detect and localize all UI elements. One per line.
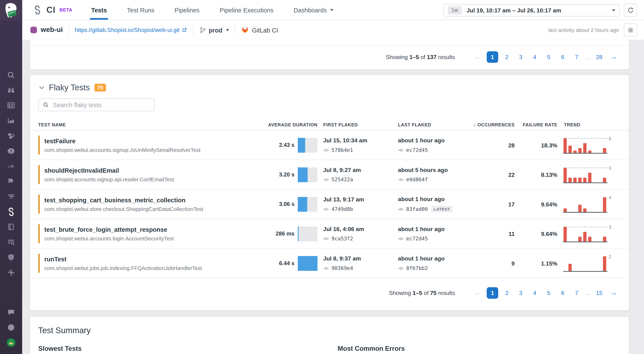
commit-link[interactable]: 578b4e1 — [323, 147, 392, 153]
divider — [68, 25, 69, 34]
table-row[interactable]: runTestcom.shopist.webui.jobs.job.indexi… — [30, 249, 629, 278]
ci-product-logo: CI BETA — [32, 4, 72, 15]
sidebar-item-help[interactable]: ? — [0, 320, 22, 335]
table-row[interactable]: shouldRejectInvalidEmailcom.shopist.acco… — [30, 160, 629, 190]
repo-url-link[interactable]: https://gitlab.Shopist.io/Shopist/web-ui… — [75, 27, 188, 33]
page-5[interactable]: 5 — [544, 290, 554, 296]
page-7[interactable]: 7 — [571, 290, 582, 296]
showing-of: of — [419, 54, 427, 60]
col-first-flaked[interactable]: FIRST FLAKED — [323, 122, 392, 127]
table-row[interactable]: test_shopping_cart_business_metric_colle… — [30, 190, 629, 219]
sidebar-item-monitors[interactable] — [0, 143, 22, 158]
gitlab-icon — [241, 26, 249, 33]
search-icon — [7, 70, 16, 79]
sidebar-item-apm[interactable] — [0, 158, 22, 174]
commit-link[interactable]: 525422a — [323, 176, 392, 183]
flaky-tests-header[interactable]: Flaky Tests 75 — [30, 75, 629, 92]
commit-link[interactable]: 8f67bb2 — [398, 265, 468, 271]
repo-name: web-ui — [40, 26, 63, 34]
page-3[interactable]: 3 — [516, 54, 526, 60]
flaky-marker — [38, 254, 40, 273]
next-page-arrow[interactable]: → — [606, 53, 621, 61]
sidebar-item-chat[interactable] — [0, 305, 22, 320]
page-6[interactable]: 6 — [558, 290, 568, 296]
beta-badge: BETA — [60, 7, 72, 12]
table-row[interactable]: testFailurecom.shopist.webui.accounts.si… — [30, 130, 629, 160]
first-flaked-cell: Jul 13, 9:17 am4749d8b — [323, 196, 392, 212]
last-flaked-cell: about 1 hour ago83fad00LATEST — [398, 196, 468, 213]
sidebar-item-integrations[interactable] — [0, 174, 22, 189]
col-avg-duration[interactable]: AVERAGE DURATION — [260, 122, 318, 127]
sidebar-item-security[interactable] — [0, 250, 22, 265]
sidebar-item-dashboards[interactable] — [0, 98, 22, 113]
hexagons-icon — [7, 131, 16, 140]
first-flaked-cell: Jul 16, 4:06 am9ca53f2 — [323, 226, 392, 242]
tab-tests[interactable]: Tests — [91, 0, 107, 20]
prev-page-arrow[interactable]: ← — [470, 289, 485, 297]
page-3[interactable]: 3 — [516, 290, 526, 296]
sidebar-item-watchdog[interactable] — [0, 82, 22, 98]
sidebar-item-ci[interactable] — [0, 204, 22, 219]
time-controls: 1w Jul 19, 10:17 am – Jul 26, 10:17 am — [443, 4, 637, 17]
divider — [193, 25, 194, 34]
col-failure-rate[interactable]: FAILURE RATE — [520, 122, 558, 127]
sidebar-item-notebooks[interactable] — [0, 219, 22, 234]
refresh-button[interactable] — [624, 4, 637, 17]
sidebar-item-search[interactable] — [0, 67, 22, 83]
page-4[interactable]: 4 — [529, 54, 540, 60]
page-4[interactable]: 4 — [529, 290, 540, 296]
repo-bar-right: last activity about 2 hours ago — [548, 23, 637, 36]
git-branch-icon — [199, 26, 206, 33]
commit-link[interactable]: 83fad00LATEST — [398, 206, 468, 213]
search-input[interactable] — [52, 101, 150, 109]
commit-link[interactable]: e0d864f — [398, 176, 468, 183]
sidebar-item-metrics[interactable] — [0, 113, 22, 128]
git-commit-icon — [398, 266, 404, 270]
col-trend[interactable]: TREND — [563, 122, 621, 127]
help-icon: ? — [7, 323, 16, 332]
tab-test-runs[interactable]: Test Runs — [127, 0, 154, 20]
page-7[interactable]: 7 — [571, 54, 582, 60]
svg-text:4: 4 — [608, 195, 611, 200]
commit-link[interactable]: ec72d45 — [398, 147, 468, 153]
sidebar-item-audit[interactable] — [0, 234, 22, 250]
log-search-icon — [7, 237, 16, 246]
page-1-active[interactable]: 1 — [487, 287, 498, 299]
datadog-logo[interactable]: PREPROD — [0, 0, 22, 20]
commit-link[interactable]: ec72d45 — [398, 236, 468, 242]
main-area: CI BETA TestsTest RunsPipelinesPipeline … — [22, 0, 644, 354]
col-occurrences[interactable]: ↓OCCURRENCES — [474, 122, 514, 128]
prev-page-arrow[interactable]: ← — [470, 53, 485, 61]
next-page-arrow[interactable]: → — [606, 289, 621, 297]
commit-link[interactable]: 9ca53f2 — [323, 236, 392, 242]
page-6[interactable]: 6 — [558, 54, 568, 60]
sidebar-item-infrastructure[interactable] — [0, 128, 22, 143]
tab-pipelines[interactable]: Pipelines — [174, 0, 200, 20]
table-row[interactable]: test_brute_force_login_attempt_responsec… — [30, 219, 629, 249]
git-commit-icon — [323, 178, 329, 182]
page-15[interactable]: 15 — [594, 290, 604, 296]
commit-hash: 578b4e1 — [332, 147, 353, 153]
sidebar-item-network[interactable] — [0, 265, 22, 280]
page-28[interactable]: 28 — [594, 54, 604, 60]
latest-badge: LATEST — [431, 206, 453, 213]
col-test-name[interactable]: TEST NAME — [38, 122, 254, 127]
test-suite: com.shopist.webui.accounts.login.Account… — [44, 235, 174, 241]
commit-link[interactable]: 4749d8b — [323, 206, 392, 212]
page-2[interactable]: 2 — [502, 54, 512, 60]
page-5[interactable]: 5 — [544, 54, 554, 60]
binoculars-icon — [7, 86, 16, 95]
col-last-flaked[interactable]: LAST FLAKED — [398, 122, 468, 127]
branch-selector[interactable]: prod — [199, 26, 230, 33]
user-avatar[interactable] — [0, 335, 22, 350]
page-1-active[interactable]: 1 — [487, 51, 498, 63]
page-2[interactable]: 2 — [502, 290, 512, 296]
tab-pipeline-executions[interactable]: Pipeline Executions — [220, 0, 273, 20]
time-range-picker[interactable]: 1w Jul 19, 10:17 am – Jul 26, 10:17 am — [443, 4, 620, 16]
commit-link[interactable]: 90369e4 — [323, 265, 392, 271]
tab-dashboards[interactable]: Dashboards — [294, 0, 333, 20]
settings-button[interactable] — [624, 23, 637, 36]
gauge-icon — [7, 161, 16, 170]
sidebar-item-logs[interactable] — [0, 189, 22, 204]
showing-total: 75 — [430, 290, 437, 296]
